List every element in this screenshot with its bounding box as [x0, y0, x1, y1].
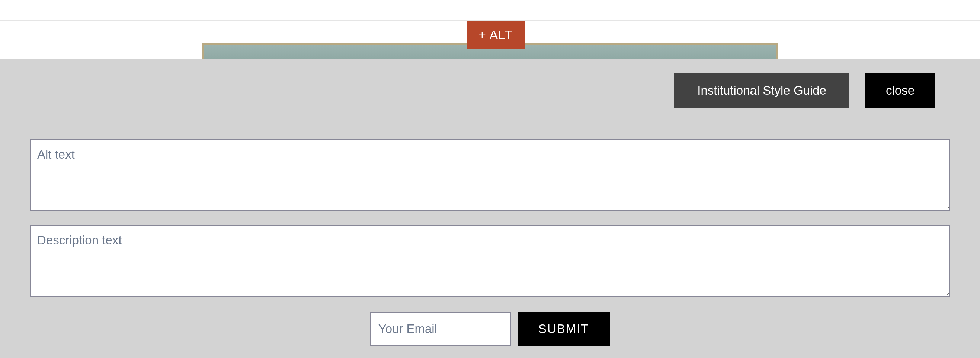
alt-text-panel: Institutional Style Guide close SUBMIT — [0, 59, 980, 358]
alt-text-input[interactable] — [30, 139, 950, 211]
submit-button[interactable]: SUBMIT — [517, 312, 610, 346]
institutional-style-guide-button[interactable]: Institutional Style Guide — [674, 73, 850, 108]
panel-header: Institutional Style Guide close — [30, 59, 950, 108]
submit-row: SUBMIT — [30, 312, 950, 346]
top-bar — [0, 0, 980, 21]
add-alt-tag-button[interactable]: + ALT — [466, 21, 525, 49]
description-text-input[interactable] — [30, 225, 950, 297]
email-field[interactable] — [370, 312, 511, 346]
close-button[interactable]: close — [865, 73, 935, 108]
